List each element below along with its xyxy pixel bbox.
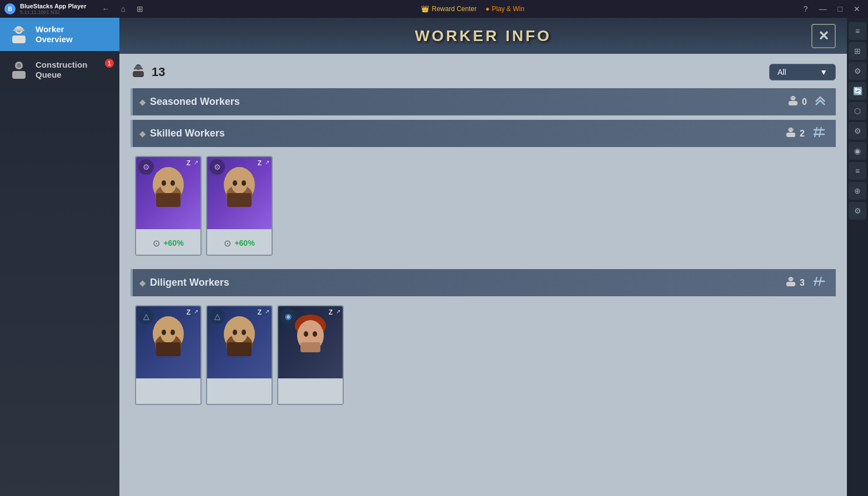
sidebar-icon-8[interactable]: ≡	[849, 162, 866, 180]
minimize-button[interactable]: —	[816, 3, 830, 14]
worker-card-bottom-d2	[207, 378, 272, 405]
worker-info-title: WORKER INFO	[415, 27, 551, 45]
sidebar-icon-9[interactable]: ⊕	[849, 182, 866, 200]
sidebar-item-construction-queue[interactable]: ConstructionQueue 1	[0, 53, 119, 87]
sidebar-icon-2[interactable]: ⊞	[849, 42, 866, 60]
worker-card-skilled-1[interactable]: ⚙ Z ↗ ⊙ +60%	[135, 156, 202, 256]
svg-point-43	[162, 330, 166, 335]
worker-card-badge-2: ⚙	[209, 159, 225, 175]
skilled-count: 2	[785, 126, 805, 140]
diligent-workers-section: ◆ Diligent Workers	[131, 269, 836, 414]
worker-expand-icon-d1: ↗	[194, 308, 198, 315]
seasoned-rank-icon	[814, 94, 827, 110]
worker-info-panel: WORKER INFO ✕ 13	[119, 18, 847, 496]
svg-point-50	[242, 330, 246, 335]
worker-sleep-icon-d2: Z	[258, 308, 262, 316]
skilled-section-title: ◆ Skilled Workers	[139, 128, 225, 139]
workers-total-icon	[131, 63, 146, 82]
maximize-button[interactable]: □	[835, 3, 846, 14]
sidebar-icon-6[interactable]: ⚙	[849, 122, 866, 140]
title-bar-nav: ← ⌂ ⊞	[99, 3, 145, 14]
worker-card-diligent-1[interactable]: △ Z ↗	[135, 305, 202, 405]
seasoned-section-title: ◆ Seasoned Workers	[139, 96, 240, 108]
worker-card-skilled-2[interactable]: ⚙ Z ↗ ⊙ +60%	[206, 156, 273, 256]
sidebar-icon-7[interactable]: ◉	[849, 142, 866, 160]
main-area: WorkerOverview ConstructionQueue 1 WORKE…	[0, 18, 868, 496]
svg-point-7	[17, 63, 21, 68]
construction-queue-label: ConstructionQueue	[36, 60, 87, 80]
worker-card-bottom-d3	[278, 378, 343, 405]
worker-total-count: 13	[152, 65, 165, 79]
svg-rect-6	[12, 71, 26, 79]
diligent-worker-cards: △ Z ↗	[131, 301, 836, 414]
reward-center-button[interactable]: 👑 Reward Center	[421, 5, 476, 13]
svg-rect-9	[133, 71, 144, 77]
svg-rect-51	[227, 342, 252, 356]
svg-point-49	[233, 330, 237, 335]
svg-point-44	[170, 330, 175, 335]
worker-sleep-icon-2: Z	[258, 159, 262, 167]
worker-overview-icon	[9, 24, 29, 44]
svg-point-56	[313, 331, 317, 337]
worker-sleep-icon-d3: Z	[329, 308, 333, 316]
help-button[interactable]: ?	[800, 3, 811, 14]
seasoned-count: 0	[787, 95, 807, 109]
worker-card-bottom-2: ⊙ +60%	[207, 229, 272, 256]
worker-card-bottom-d1	[136, 378, 200, 405]
svg-point-25	[162, 180, 166, 186]
nav-bookmark-button[interactable]: ⊞	[134, 3, 145, 14]
worker-card-diligent-2[interactable]: △ Z ↗	[206, 305, 273, 405]
diligent-section-right: 3	[785, 275, 827, 291]
worker-info-header: WORKER INFO ✕	[119, 18, 847, 54]
worker-card-inner-2: ⚙ Z ↗	[207, 157, 272, 229]
sidebar-icon-4[interactable]: 🔄	[849, 82, 866, 100]
close-panel-button[interactable]: ✕	[811, 24, 836, 48]
left-panel: WorkerOverview ConstructionQueue 1	[0, 18, 119, 496]
worker-count-display: 13	[131, 63, 165, 82]
seasoned-section-bullet: ◆	[139, 98, 145, 107]
worker-card-diligent-3[interactable]: ◉ Z ↗	[277, 305, 344, 405]
nav-home-button[interactable]: ⌂	[118, 3, 127, 14]
worker-card-badge-d3: ◉	[280, 308, 296, 324]
sidebar-icon-3[interactable]: ⚙	[849, 62, 866, 80]
svg-line-21	[819, 127, 821, 137]
worker-expand-icon-d2: ↗	[265, 308, 269, 315]
title-bar-center: 👑 Reward Center ● Play & Win	[421, 5, 524, 13]
skilled-count-icon	[785, 126, 796, 140]
diligent-count-icon	[785, 276, 796, 290]
worker-expand-icon-2: ↗	[265, 159, 269, 165]
svg-point-26	[170, 180, 175, 186]
sidebar-icon-10[interactable]: ⚙	[849, 202, 866, 220]
play-win-button[interactable]: ● Play & Win	[485, 5, 524, 13]
close-window-button[interactable]: ✕	[850, 3, 864, 14]
worker-card-badge-1: ⚙	[138, 159, 154, 175]
skilled-section-right: 2	[785, 125, 827, 141]
sidebar-icon-1[interactable]: ≡	[849, 22, 866, 40]
svg-rect-16	[786, 133, 795, 137]
right-sidebar: ≡ ⊞ ⚙ 🔄 ⬡ ⚙ ◉ ≡ ⊕ ⚙	[847, 18, 868, 496]
svg-rect-57	[300, 342, 320, 352]
skilled-rank-icon	[811, 125, 827, 141]
crown-icon: 👑	[421, 5, 429, 13]
svg-rect-11	[134, 68, 143, 69]
nav-back-button[interactable]: ←	[99, 3, 112, 14]
worker-skill-value-1: +60%	[163, 239, 183, 247]
play-icon: ●	[485, 5, 489, 13]
svg-line-20	[815, 127, 817, 137]
worker-card-inner-1: ⚙ Z ↗	[136, 157, 200, 229]
worker-overview-label: WorkerOverview	[36, 24, 73, 44]
worker-info-content[interactable]: 13 All ▼ ◆ Seasoned Workers	[119, 54, 847, 496]
worker-skill-type-icon-2: ⊙	[224, 238, 231, 249]
svg-rect-36	[788, 278, 794, 280]
sidebar-icon-5[interactable]: ⬡	[849, 102, 866, 120]
svg-point-55	[304, 331, 308, 337]
filter-dropdown[interactable]: All ▼	[769, 64, 836, 80]
sidebar-item-worker-overview[interactable]: WorkerOverview	[0, 18, 119, 51]
seasoned-count-icon	[787, 95, 799, 109]
skilled-section-header: ◆ Skilled Workers	[131, 120, 836, 147]
worker-skill-value-2: +60%	[234, 239, 254, 247]
construction-queue-badge: 1	[105, 59, 114, 68]
worker-skill-type-icon-1: ⊙	[153, 238, 160, 249]
worker-expand-icon-1: ↗	[194, 159, 198, 165]
worker-card-badge-d1: △	[138, 308, 154, 324]
